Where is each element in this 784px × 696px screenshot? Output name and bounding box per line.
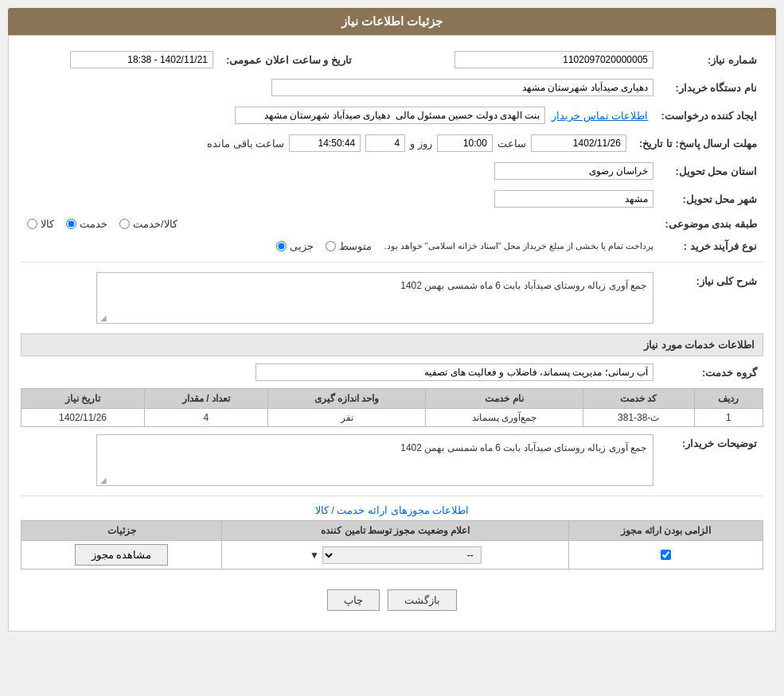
need-description-label: شرح کلی نیاز: [660,269,763,327]
buyer-org-label: نام دستگاه خریدار: [660,76,763,99]
purchase-type-label: نوع فرآیند خرید : [660,237,763,255]
subject-khedmat[interactable]: خدمت [66,218,107,230]
need-description-text: جمع آوری زباله روستای صیدآباد بابت 6 ماه… [400,280,646,291]
buyer-org-input[interactable] [271,79,653,96]
buyer-description-text: جمع آوری زباله روستای صیدآباد بابت 6 ماه… [400,442,646,453]
print-button[interactable]: چاپ [327,589,380,611]
col-service-code: کد خدمت [583,389,695,409]
col-details: جزئیات [21,521,222,541]
cell-status[interactable]: -- ▼ [222,541,569,570]
send-date-input[interactable] [531,134,626,152]
buyer-description-box: جمع آوری زباله روستای صیدآباد بابت 6 ماه… [96,434,653,486]
subject-khedmat-label: خدمت [80,218,107,230]
service-group-label: گروه خدمت: [660,360,763,384]
col-quantity: تعداد / مقدار [145,389,268,409]
buyer-desc-resize-handle[interactable]: ◢ [99,476,107,484]
table-row: 1 ث-38-381 جمع‌آوری پسماند نفر 4 1402/11… [21,409,763,427]
status-select[interactable]: -- [322,546,482,564]
announce-input[interactable] [70,51,213,68]
col-status: اعلام وضعیت مجوز توسط تامین کننده [222,521,569,541]
subject-kala-label: کالا [41,218,54,230]
cell-mandatory [569,541,763,570]
subject-label: طبقه بندی موضوعی: [658,215,763,233]
need-number-input[interactable] [454,51,653,68]
col-need-date: تاریخ نیاز [21,389,145,409]
need-number-label: شماره نیاز: [660,48,763,72]
services-table: ردیف کد خدمت نام خدمت واحد اندازه گیری ت… [21,388,763,427]
services-section-header: اطلاعات خدمات مورد نیاز [21,333,763,356]
resize-handle[interactable]: ◢ [99,313,107,321]
cell-unit: نفر [267,409,425,427]
col-service-name: نام خدمت [426,389,583,409]
col-row-num: ردیف [694,389,763,409]
send-date-label: مهلت ارسال پاسخ: تا تاریخ: [633,131,763,155]
licenses-section: اطلاعات مجوزهای ارائه خدمت / کالا الزامی… [21,504,763,570]
subject-kala-khedmat-label: کالا/خدمت [133,218,177,230]
requester-input[interactable] [235,107,545,124]
send-days-label: روز و [410,138,432,150]
col-mandatory: الزامی بودن ارائه مجوز [569,521,763,541]
send-days-input[interactable] [365,134,405,152]
subject-kala[interactable]: کالا [27,218,54,230]
dropdown-arrow-icon: ▼ [310,550,319,561]
buyer-description-label: توضیحات خریدار: [660,431,763,489]
mandatory-checkbox[interactable] [661,550,671,560]
send-countdown-input[interactable] [289,134,361,152]
province-label: استان محل تحویل: [660,159,763,183]
back-button[interactable]: بازگشت [388,589,457,611]
purchase-motavaset-label: متوسط [339,240,372,252]
cell-service-name: جمع‌آوری پسماند [426,409,583,427]
page-title: جزئیات اطلاعات نیاز [341,14,443,28]
announce-label: تاریخ و ساعت اعلان عمومی: [220,48,358,72]
cell-quantity: 4 [145,409,268,427]
page-header: جزئیات اطلاعات نیاز [8,8,776,35]
cell-row-num: 1 [694,409,763,427]
licenses-header: اطلاعات مجوزهای ارائه خدمت / کالا [21,504,763,516]
col-unit: واحد اندازه گیری [267,389,425,409]
city-input[interactable] [494,190,653,208]
send-time-input[interactable] [437,134,493,152]
requester-label: ایجاد کننده درخواست: [654,103,763,127]
send-time-label: ساعت [497,138,526,150]
licenses-table: الزامی بودن ارائه مجوز اعلام وضعیت مجوز … [21,520,763,570]
send-countdown-label: ساعت باقی مانده [207,138,284,150]
contact-info-link[interactable]: اطلاعات تماس خریدار [552,110,648,122]
purchase-type-note: پرداخت تمام یا بخشی از مبلغ خریداز محل "… [384,241,653,251]
purchase-motavaset[interactable]: متوسط [326,240,372,252]
license-row: -- ▼ مشاهده مجوز [21,541,763,570]
service-group-input[interactable] [255,364,653,381]
province-input[interactable] [494,162,653,180]
view-license-button[interactable]: مشاهده مجوز [75,544,169,566]
footer-buttons: بازگشت چاپ [21,581,763,619]
city-label: شهر محل تحویل: [660,187,763,211]
cell-details[interactable]: مشاهده مجوز [21,541,222,570]
need-description-box: جمع آوری زباله روستای صیدآباد بابت 6 ماه… [96,272,653,324]
purchase-jozi[interactable]: جزیی [276,240,314,252]
cell-need-date: 1402/11/26 [21,409,145,427]
subject-kala-khedmat[interactable]: کالا/خدمت [119,218,177,230]
cell-service-code: ث-38-381 [583,409,695,427]
purchase-jozi-label: جزیی [290,240,314,252]
